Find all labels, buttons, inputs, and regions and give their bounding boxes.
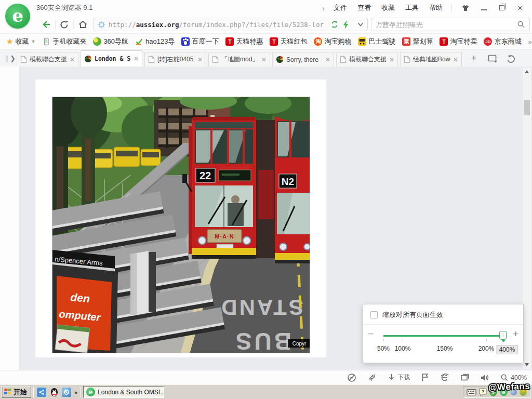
bookmark-hao123[interactable]: hao123导 <box>135 37 175 46</box>
chevron-down-icon[interactable]: ▼ <box>31 39 35 44</box>
url-text[interactable]: http://aussiex.org/forum/index.php?/file… <box>109 21 330 29</box>
report-flag-button[interactable] <box>421 373 429 382</box>
hao123-icon <box>135 37 143 46</box>
menu-favorites[interactable]: 收藏 <box>381 3 395 12</box>
back-button[interactable] <box>37 18 55 31</box>
tab-close-icon[interactable]: ✕ <box>325 56 330 63</box>
favorites-button[interactable]: ★ 收藏 ▼ <box>6 37 35 46</box>
zoom-out-button[interactable]: − <box>368 328 374 340</box>
close-button[interactable]: × <box>515 3 525 12</box>
apply-all-pages-label: 缩放对所有页面生效 <box>382 310 443 320</box>
scroll-down-button[interactable] <box>523 361 531 369</box>
logo-e-glyph: e <box>12 7 23 24</box>
bookmark-bus-driving[interactable]: 巴士驾驶 <box>358 37 395 46</box>
scrollbar-thumb[interactable] <box>524 100 530 115</box>
tab-close-icon[interactable]: ✕ <box>70 56 75 63</box>
minimize-button[interactable] <box>479 3 488 12</box>
zoom-slider-track[interactable] <box>383 335 507 337</box>
quicklaunch-overflow-icon[interactable]: » <box>74 389 77 395</box>
bookmark-tmall-redpacket[interactable]: T 天猫红包 <box>270 37 307 46</box>
page-icon <box>148 56 155 63</box>
tab-3[interactable]: 「地圖mod」 ✕ <box>208 52 270 66</box>
zoom-tick-400-current[interactable]: 400% <box>497 345 518 354</box>
bookmark-baidu[interactable]: 百度一下 <box>181 37 219 46</box>
start-button[interactable]: 开始 <box>2 386 31 398</box>
search-box[interactable] <box>371 18 530 31</box>
bookmark-tmall-sale[interactable]: T 天猫特惠 <box>225 37 263 46</box>
speed-lightning-icon[interactable] <box>342 20 349 29</box>
aussiex-favicon <box>276 56 284 63</box>
tab-6[interactable]: 经典地图Bowd ✕ <box>400 52 462 66</box>
page-zoom-button[interactable]: 400% <box>500 374 527 382</box>
bookmark-360-nav[interactable]: 360导航 <box>93 37 128 46</box>
quicklaunch-qq-icon[interactable] <box>49 388 59 397</box>
tick-mark <box>445 339 445 341</box>
zoom-tick-200[interactable]: 200% <box>478 345 495 352</box>
tab-close-icon[interactable]: ✕ <box>197 56 203 63</box>
zoom-tick-150[interactable]: 150% <box>437 345 453 352</box>
zoom-slider-thumb[interactable] <box>499 331 507 340</box>
bookmark-label: 手机收藏夹 <box>52 37 86 46</box>
help-tray-icon[interactable]: ? <box>479 388 487 396</box>
taskbar-active-window-button[interactable]: e London & South OMSI... <box>83 386 164 398</box>
bookmark-jd[interactable]: JD 京东商城 <box>484 37 521 46</box>
home-button[interactable] <box>74 18 91 31</box>
divider <box>81 387 81 397</box>
tab-close-icon[interactable]: ✕ <box>453 56 458 63</box>
refresh-button[interactable] <box>56 18 73 31</box>
ie-compatibility-button[interactable] <box>440 373 449 382</box>
menu-help[interactable]: 帮助 <box>429 3 443 12</box>
download-button[interactable]: 下载 <box>388 373 410 382</box>
tab-0[interactable]: 模載聯合支援 ✕ <box>17 52 78 66</box>
omsi-bus-screenshot[interactable]: STAND BUS <box>52 97 310 353</box>
search-icon[interactable] <box>517 20 525 29</box>
zoom-panel: 缩放对所有页面生效 − + 50% 100% 150% 200% 400% <box>363 304 524 363</box>
bookmark-juhuasuan[interactable]: 聚 聚划算 <box>402 37 433 46</box>
scroll-up-button[interactable] <box>523 68 531 76</box>
tab-5[interactable]: 模載聯合支援 ✕ <box>336 52 398 66</box>
skin-icon[interactable] <box>461 3 470 12</box>
tab-close-icon[interactable]: ✕ <box>261 56 267 63</box>
zoom-in-button[interactable]: + <box>513 328 518 340</box>
tab-4[interactable]: Sorry, there ✕ <box>272 52 334 66</box>
bookmark-phone-favorites[interactable]: 手机收藏夹 <box>42 37 86 46</box>
tab-list-icon[interactable] <box>488 55 498 63</box>
media-block-button[interactable] <box>347 373 356 382</box>
restore-closed-tab-icon[interactable] <box>507 55 516 63</box>
url-dropdown-icon[interactable] <box>357 21 364 28</box>
vertical-scrollbar[interactable] <box>523 68 531 369</box>
menu-collapse-icon[interactable]: › <box>322 4 325 12</box>
menu-view[interactable]: 查看 <box>357 3 371 12</box>
favorites-label: 收藏 <box>15 37 29 46</box>
tab-1-active[interactable]: London & Sou ✕ <box>81 50 142 66</box>
bookmark-label: 天猫红包 <box>280 37 307 46</box>
apply-all-pages-checkbox[interactable] <box>370 311 378 318</box>
sound-mute-button[interactable] <box>480 374 489 382</box>
tab-2[interactable]: [转]右舵0405 ✕ <box>144 52 206 66</box>
quicklaunch-360safe-icon[interactable] <box>62 388 71 397</box>
tab-close-icon[interactable]: ✕ <box>389 56 394 63</box>
menu-tools[interactable]: 工具 <box>405 3 419 12</box>
translate-refresh-icon[interactable] <box>330 20 339 29</box>
tab-close-icon[interactable]: ✕ <box>134 55 139 62</box>
bookmark-label: 淘宝特卖 <box>450 37 477 46</box>
url-host: aussiex.org <box>136 21 179 29</box>
phone-icon <box>42 37 50 46</box>
restore-button[interactable] <box>497 3 507 12</box>
search-input[interactable] <box>376 21 517 29</box>
menu-file[interactable]: 文件 <box>334 3 347 12</box>
tab-collapse-icon[interactable]: ❘❯ <box>3 51 17 65</box>
window-layout-button[interactable] <box>460 374 469 382</box>
speedup-rocket-button[interactable] <box>367 373 377 382</box>
keyboard-tray-icon[interactable] <box>467 389 476 396</box>
new-tab-button[interactable]: + <box>467 51 481 65</box>
quicklaunch-360cloud-icon[interactable] <box>37 388 46 397</box>
bookmark-taobao[interactable]: 淘 淘宝购物 <box>314 37 351 46</box>
tick-mark <box>403 339 403 341</box>
site-icon <box>97 20 106 29</box>
zoom-tick-50[interactable]: 50% <box>377 345 390 352</box>
bookmark-taobao-tejia[interactable]: T 淘宝特卖 <box>440 37 477 46</box>
address-bar[interactable]: http://aussiex.org/forum/index.php?/file… <box>94 18 368 31</box>
zoom-tick-100[interactable]: 100% <box>395 345 411 352</box>
browser-logo-icon[interactable]: e <box>5 4 30 29</box>
